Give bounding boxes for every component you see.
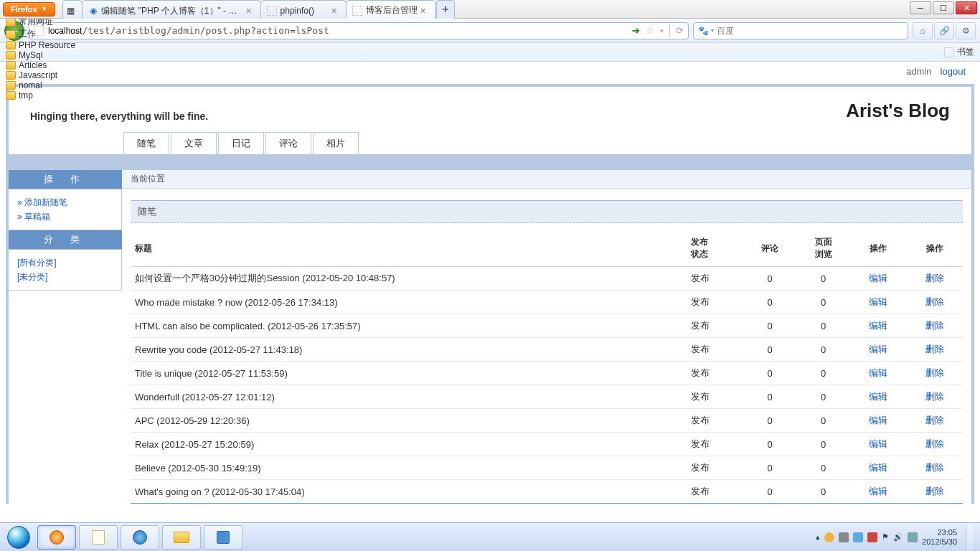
bookmark-label: Articles: [19, 60, 47, 70]
history-dropdown-icon[interactable]: ▾: [660, 27, 664, 34]
delete-link[interactable]: 删除: [925, 296, 944, 307]
addon-button-1[interactable]: 🔗: [934, 22, 954, 39]
home-button[interactable]: ⌂: [913, 22, 933, 39]
edit-link[interactable]: 编辑: [869, 486, 887, 496]
bookmark-item-6[interactable]: Javascript: [6, 70, 75, 80]
reload-icon[interactable]: ⟳: [676, 25, 684, 36]
bookmark-label: Javascript: [19, 70, 57, 80]
tray-icon-3[interactable]: [867, 532, 877, 542]
window-maximize[interactable]: ☐: [933, 1, 954, 14]
tab-close-0[interactable]: ×: [242, 5, 254, 17]
edit-link[interactable]: 编辑: [869, 273, 887, 283]
baidu-engine-icon[interactable]: 🐾: [698, 26, 708, 36]
bookmark-item-7[interactable]: nomal: [6, 80, 75, 90]
addon-button-2[interactable]: ⚙: [956, 22, 976, 39]
post-title: HTML can also be complicated. (2012-05-2…: [131, 314, 687, 338]
tray-date: 2012/5/30: [922, 537, 957, 547]
start-button[interactable]: [3, 525, 34, 550]
bookmark-item-8[interactable]: tmp: [6, 90, 75, 100]
show-desktop-button[interactable]: [966, 525, 973, 550]
edit-link[interactable]: 编辑: [869, 462, 887, 473]
delete-link[interactable]: 删除: [925, 344, 944, 354]
motto-text: Hinging there, everything will be fine.: [30, 110, 208, 122]
bookmarks-label[interactable]: 书签: [957, 46, 974, 58]
bookmark-item-4[interactable]: MySql: [6, 50, 75, 60]
content-tab-4[interactable]: 相片: [313, 132, 359, 154]
delete-link[interactable]: 删除: [925, 273, 944, 283]
tray-network-icon[interactable]: [853, 532, 863, 542]
tab-0[interactable]: ◉ 编辑随笔 "PHP 个人博客（1）" - 博... ×: [82, 0, 261, 19]
tab-1[interactable]: phpinfo() ×: [260, 0, 347, 19]
sidebar-op-1[interactable]: 草稿箱: [17, 209, 113, 224]
tray-clock[interactable]: 23:05 2012/5/30: [922, 528, 957, 547]
tab-close-2[interactable]: ×: [418, 5, 429, 17]
firefox-menu-button[interactable]: Firefox ▼: [3, 2, 55, 17]
admin-frame: Hinging there, everything will be fine. …: [6, 84, 974, 504]
task-app[interactable]: [204, 525, 242, 550]
edit-link[interactable]: 编辑: [869, 391, 887, 402]
window-minimize[interactable]: ─: [910, 1, 931, 14]
url-input[interactable]: [82, 25, 629, 36]
task-explorer[interactable]: [162, 525, 201, 550]
delete-link[interactable]: 删除: [925, 415, 944, 425]
bookmarks-menu-icon[interactable]: [944, 47, 954, 57]
edit-link[interactable]: 编辑: [869, 438, 887, 449]
edit-link[interactable]: 编辑: [869, 415, 887, 425]
delete-link[interactable]: 删除: [925, 320, 944, 331]
bookmark-item-3[interactable]: PHP Resource: [6, 40, 75, 50]
task-ie[interactable]: [121, 525, 159, 550]
bookmark-right: 书签: [944, 46, 974, 58]
search-box[interactable]: 🐾 ▾: [693, 22, 908, 39]
content-tab-3[interactable]: 评论: [265, 132, 311, 154]
window-close[interactable]: ✕: [956, 1, 977, 14]
delete-link[interactable]: 删除: [925, 462, 944, 473]
tab-0-title: 编辑随笔 "PHP 个人博客（1）" - 博...: [101, 5, 242, 17]
edit-link[interactable]: 编辑: [869, 367, 887, 378]
tray-icon-4[interactable]: [908, 532, 918, 542]
logout-link[interactable]: logout: [941, 66, 966, 77]
task-firefox[interactable]: [37, 525, 76, 550]
tray-volume-icon[interactable]: 🔊: [893, 532, 903, 542]
new-tab-button[interactable]: +: [436, 0, 455, 19]
table-row: Title is unique (2012-05-27 11:53:59)发布0…: [131, 362, 963, 385]
tray-show-hidden-icon[interactable]: ▴: [816, 532, 820, 542]
post-comments: 0: [743, 314, 796, 338]
tray-icon-1[interactable]: [824, 532, 834, 542]
tray-flag-icon[interactable]: ⚑: [882, 532, 889, 542]
delete-link[interactable]: 删除: [925, 367, 944, 378]
bookmark-item-5[interactable]: Articles: [6, 60, 75, 70]
delete-link[interactable]: 删除: [925, 438, 944, 449]
bookmark-item-2[interactable]: 工作: [6, 28, 75, 40]
go-icon[interactable]: ➔: [632, 25, 640, 36]
col-op1: 操作: [850, 230, 907, 267]
section-title: 随笔: [131, 200, 963, 223]
post-comments: 0: [743, 267, 796, 291]
post-views: 0: [796, 362, 849, 385]
search-engine-dropdown-icon[interactable]: ▾: [711, 27, 714, 34]
delete-link[interactable]: 删除: [925, 486, 944, 496]
page-viewport[interactable]: admin logout Hinging there, everything w…: [0, 62, 980, 504]
delete-link[interactable]: 删除: [925, 391, 944, 402]
content-tab-2[interactable]: 日记: [218, 132, 264, 154]
content-tab-0[interactable]: 随笔: [123, 132, 169, 154]
bookmark-label: tmp: [19, 90, 33, 100]
bookmark-star-icon[interactable]: ☆: [646, 25, 654, 36]
tab-groups-button[interactable]: ▦: [62, 0, 83, 19]
content-tab-1[interactable]: 文章: [171, 132, 217, 154]
post-views: 0: [796, 267, 849, 291]
chevron-down-icon: ▼: [42, 6, 47, 12]
edit-link[interactable]: 编辑: [869, 296, 887, 307]
tray-icon-2[interactable]: [839, 532, 849, 542]
search-input[interactable]: [717, 26, 903, 36]
sidebar-cat-0[interactable]: [所有分类]: [17, 255, 113, 270]
table-row: Wonderfull (2012-05-27 12:01:12)发布00编辑删除: [131, 385, 963, 409]
edit-link[interactable]: 编辑: [869, 320, 887, 331]
url-field[interactable]: localhost ➔ ☆ ▾ ⟳: [29, 22, 689, 39]
sidebar-cat-1[interactable]: [未分类]: [17, 270, 113, 284]
sidebar-op-0[interactable]: 添加新随笔: [17, 195, 113, 209]
tab-2[interactable]: 博客后台管理 ×: [346, 0, 435, 19]
tab-close-1[interactable]: ×: [328, 5, 339, 17]
task-notepad[interactable]: [79, 525, 118, 550]
edit-link[interactable]: 编辑: [869, 344, 887, 354]
post-status: 发布: [687, 267, 743, 291]
